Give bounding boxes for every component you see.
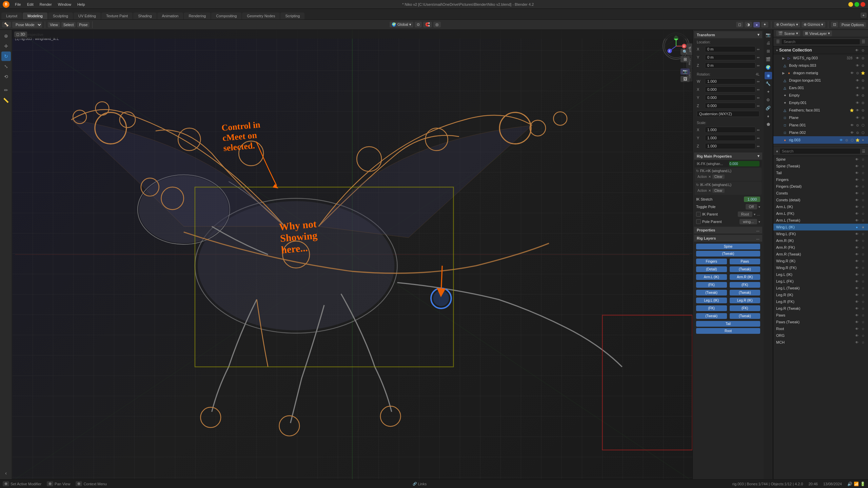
bone-paws[interactable]: Paws 👁 ☆ [773, 312, 868, 319]
rig-layer-leg-l-fk[interactable]: (FK) [696, 305, 727, 311]
bone-leg-r-fk[interactable]: Leg.R (FK) 👁 ☆ [773, 298, 868, 305]
bone-root-eye[interactable]: 👁 [854, 326, 859, 331]
bone-arm-r-fk[interactable]: Arm.R (FK) 👁 ☆ [773, 244, 868, 251]
viewport-shading-2[interactable]: ◑ [745, 22, 752, 27]
props-icon-data[interactable]: ♦ [765, 113, 772, 120]
bone-spine-tweak[interactable]: Spine (Tweak) 👁 ☆ [773, 163, 868, 169]
bone-search-input[interactable] [780, 148, 861, 154]
outliner-item-body[interactable]: △ Body retops.003 👁 ⊙ [773, 62, 868, 69]
outliner-item-rig[interactable]: ♦ rig.003 👁 ⊙ ⬡ ⭐ ✦ [773, 136, 868, 144]
props-icon-particles[interactable]: ✦ [765, 88, 772, 96]
bone-leg-l-fk-eye[interactable]: 👁 [854, 279, 859, 284]
props-icon-scene[interactable]: 🎬 [765, 56, 772, 63]
vp-editor-type[interactable]: ◻ 3D [14, 32, 27, 37]
bone-tail-star[interactable]: ☆ [861, 170, 865, 175]
rig-layer-leg-r-tweak[interactable]: (Tweak) [730, 313, 761, 319]
props-icon-view-layer[interactable]: ⊞ [765, 47, 772, 55]
rig-layer-leg-l-tweak[interactable]: (Tweak) [696, 313, 727, 319]
bone-conets-detail-star[interactable]: ☆ [861, 198, 865, 202]
bone-org[interactable]: ORG 👁 ☆ [773, 332, 868, 339]
select-menu[interactable]: Select [61, 22, 76, 27]
empty2-eye-icon[interactable]: 👁 [855, 100, 860, 105]
bone-arm-l-ik-eye[interactable]: 👁 [854, 204, 859, 209]
bone-arm-l-tweak-eye[interactable]: 👁 [854, 218, 859, 223]
add-workspace-button[interactable]: + [861, 13, 867, 18]
bone-paws-eye[interactable]: 👁 [854, 313, 859, 318]
location-x-input[interactable]: 0 m [705, 46, 755, 52]
bone-leg-r-tweak-star[interactable]: ☆ [861, 306, 865, 311]
render-region-button[interactable]: 🖼 [680, 76, 690, 82]
bone-leg-r-fk-star[interactable]: ☆ [861, 299, 865, 304]
bone-leg-l-tweak-star[interactable]: ☆ [861, 286, 865, 290]
menu-render[interactable]: Render [37, 2, 55, 7]
annotate-tool[interactable]: ✏ [1, 85, 11, 95]
bone-spine-tweak-star[interactable]: ☆ [861, 164, 865, 168]
plane3-eye-icon[interactable]: 👁 [850, 130, 854, 135]
bone-org-eye[interactable]: 👁 [854, 333, 859, 338]
ears-eye-icon[interactable]: 👁 [855, 85, 860, 90]
rig-layer-tail[interactable]: Tail [696, 321, 760, 327]
bone-arm-l-fk[interactable]: Arm.L (FK) 👁 ☆ [773, 210, 868, 217]
transform-pivot[interactable]: ⊙ [415, 22, 422, 27]
bone-leg-l-fk[interactable]: Leg.L (FK) 👁 ☆ [773, 278, 868, 285]
ik-fk-2-clear-button[interactable]: Clear [712, 188, 725, 193]
rig-layer-fingers-detail[interactable]: (Detail) [696, 266, 727, 272]
gizmos-button[interactable]: ⊕ Gizmos ▾ [802, 22, 825, 27]
bone-wing-r-ik-eye[interactable]: 👁 [854, 259, 859, 263]
rig-layer-leg-r-ik[interactable]: Leg.R (IK) [730, 298, 761, 303]
props-icon-world[interactable]: 🌍 [765, 64, 772, 71]
maximize-button[interactable] [854, 2, 859, 7]
bone-leg-l-tweak-eye[interactable]: 👁 [854, 286, 859, 290]
sidebar-toggle[interactable]: ‹ [1, 468, 11, 478]
props-icon-constraints[interactable]: 🔗 [765, 104, 772, 112]
bone-spine[interactable]: Spine 👁 ☆ [773, 156, 868, 163]
bone-wing-l-ik[interactable]: Wing.L (IK) ● ★ [773, 224, 868, 230]
bone-leg-r-tweak-eye[interactable]: 👁 [854, 306, 859, 311]
tab-animation[interactable]: Animation [157, 13, 183, 19]
bone-leg-l-ik-star[interactable]: ☆ [861, 272, 865, 277]
rig-layer-leg-r-fk[interactable]: (FK) [730, 305, 761, 311]
location-y-input[interactable]: 0 m [705, 54, 755, 60]
rig-layers-header[interactable]: Rig Layers … [694, 235, 762, 242]
props-icon-physics[interactable]: ⚙ [765, 96, 772, 104]
props-icon-object[interactable]: ◉ [765, 72, 772, 79]
tab-layout[interactable]: Layout [1, 13, 22, 19]
bone-conets-eye[interactable]: 👁 [854, 191, 859, 196]
bone-org-star[interactable]: ☆ [861, 333, 865, 338]
bone-conets[interactable]: Conets 👁 ☆ [773, 190, 868, 197]
overlays-button[interactable]: ⊕ Overlays ▾ [774, 22, 800, 27]
bone-arm-r-tweak-star[interactable]: ☆ [861, 252, 865, 257]
bone-wing-l-fk-eye[interactable]: 👁 [854, 231, 859, 236]
tray-icon-3[interactable]: 🔋 [860, 482, 865, 486]
bone-fingers-detail[interactable]: Fingers (Detail) 👁 ☆ [773, 183, 868, 190]
menu-file[interactable]: File [12, 2, 24, 7]
bone-spine-star[interactable]: ☆ [861, 157, 865, 162]
props-icon-render[interactable]: 📷 [765, 31, 772, 39]
bone-paws-tweak-star[interactable]: ☆ [861, 320, 865, 324]
bone-arm-l-tweak[interactable]: Arm.L (Tweak) 👁 ☆ [773, 217, 868, 224]
bone-spine-eye[interactable]: 👁 [854, 157, 859, 162]
transform-tool[interactable]: ⟲ [1, 72, 11, 81]
proportional-edit[interactable]: ◎ [433, 22, 441, 27]
props-icon-material[interactable]: ⬟ [765, 121, 772, 128]
tab-compositing[interactable]: Compositing [211, 13, 241, 19]
bone-arm-l-fk-star[interactable]: ☆ [861, 211, 865, 216]
plane3-extra-icon[interactable]: ⬡ [861, 130, 865, 135]
outliner-item-wgts[interactable]: ▶ ▷ WGTS_rig.003 328 👁 ⊙ [773, 54, 868, 62]
mode-icon-button[interactable]: 🦴 [2, 22, 11, 27]
rotation-w-input[interactable]: 1.000 [705, 78, 755, 84]
outliner-filter-button[interactable]: ☰ [862, 39, 865, 44]
location-z-input[interactable]: 0 m [705, 62, 755, 68]
props-icon-output[interactable]: 🖨 [765, 39, 772, 47]
properties-section-header[interactable]: Properties … [694, 227, 762, 233]
rotation-z-input[interactable]: 0.000 [705, 103, 755, 109]
bone-conets-detail[interactable]: Conets (detail) 👁 ☆ [773, 197, 868, 203]
measure-tool[interactable]: 📏 [1, 96, 11, 105]
bone-mch[interactable]: MCH 👁 ☆ [773, 339, 868, 346]
rotation-y-input[interactable]: 0.000 [705, 95, 755, 101]
bone-spine-tweak-eye[interactable]: 👁 [854, 164, 859, 168]
tab-scripting[interactable]: Scripting [280, 13, 304, 19]
metarig-select-icon[interactable]: ⊙ [855, 70, 860, 75]
scale-y-input[interactable]: 1.000 [705, 135, 755, 141]
tongue-select-icon[interactable]: ⊙ [861, 78, 865, 83]
